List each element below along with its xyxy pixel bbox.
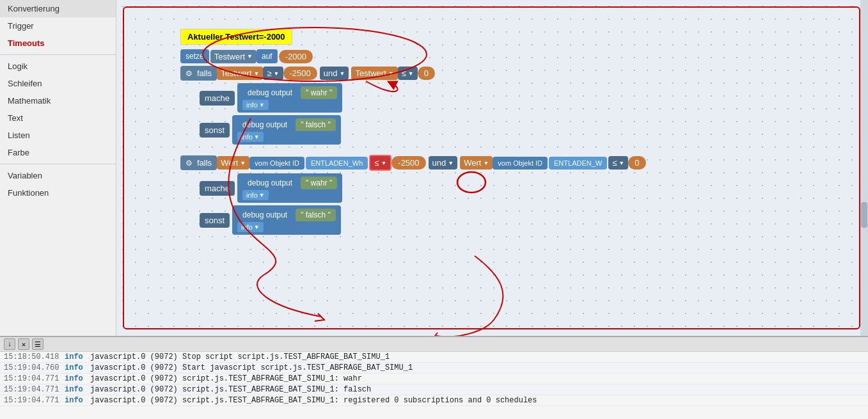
testwert-label: Testwert: [214, 52, 245, 61]
log-level: info: [65, 385, 90, 394]
if2-lte-dropdown[interactable]: ≤: [369, 155, 391, 171]
block-sonst2: sonst: [200, 213, 230, 228]
sidebar-item-trigger[interactable]: Trigger: [0, 17, 116, 35]
scrollbar-thumb[interactable]: [861, 202, 867, 228]
if2-wert2-dropdown[interactable]: Wert: [460, 156, 493, 170]
if1-lte-dropdown[interactable]: ≤: [398, 67, 418, 80]
sidebar-item-text[interactable]: Text: [0, 109, 116, 127]
log-btn-clear[interactable]: ✕: [18, 338, 29, 350]
log-msg: javascript.0 (9072) Start javascript scr…: [90, 363, 864, 372]
if2-lte2-label: ≤: [612, 158, 617, 168]
sidebar-item-logik[interactable]: Logik: [0, 58, 116, 75]
debug2-row: debug output " falsch ": [237, 118, 336, 132]
info3-tag[interactable]: info: [242, 190, 269, 200]
if1-row: ⚙ falls Testwert ≥ -2500 und Testwert ≤: [180, 66, 646, 81]
mache2-row: mache debug output " wahr " info: [200, 173, 646, 203]
if1-testwert-dropdown[interactable]: Testwert: [217, 67, 263, 80]
block-sonst1: sonst: [200, 123, 230, 138]
debug-block-2: debug output " falsch " info: [232, 115, 341, 145]
if1-und-dropdown[interactable]: und: [320, 67, 349, 80]
canvas-area: Aktueller Testwert=-2000 setze Testwert …: [116, 0, 868, 336]
log-rows-container: 15:18:50.418 info javascript.0 (9072) St…: [0, 352, 868, 406]
if2-vom-label: vom Objekt ID: [249, 157, 304, 170]
auf-label: auf: [262, 52, 272, 61]
if2-entladen1: ENTLADEN_Wh: [306, 157, 368, 170]
canvas-scrollbar[interactable]: [860, 0, 868, 336]
sonst1-row: sonst debug output " falsch " info: [200, 115, 646, 145]
falsch2-quote: " falsch ": [296, 209, 336, 221]
debug-block-4: debug output " falsch " info: [232, 205, 341, 235]
block-if1[interactable]: ⚙ falls: [180, 66, 217, 81]
setze-label: setze: [185, 52, 204, 61]
gear-icon-2: ⚙: [185, 159, 193, 168]
log-msg: javascript.0 (9072) script.js.TEST_ABFRA…: [90, 396, 864, 405]
if2-entladen1-label: ENTLADEN_Wh: [311, 159, 363, 167]
sidebar-item-funktionen[interactable]: Funktionen: [0, 184, 116, 202]
sidebar-item-listen[interactable]: Listen: [0, 127, 116, 144]
log-row: 15:19:04.760 info javascript.0 (9072) St…: [0, 363, 868, 374]
if2-minus2500[interactable]: -2500: [391, 156, 425, 170]
falls-label-1: falls: [197, 68, 212, 78]
wahr1-label: wahr: [311, 88, 327, 97]
yellow-label-row: Aktueller Testwert=-2000: [180, 29, 646, 47]
sidebar-item-schleifen[interactable]: Schleifen: [0, 75, 116, 92]
testwert-dropdown[interactable]: Testwert: [210, 50, 256, 63]
main-area: Konvertierung Trigger Timeouts Logik Sch…: [0, 0, 868, 336]
falls-label-2: falls: [197, 158, 212, 168]
if1-zero[interactable]: 0: [418, 67, 435, 80]
info3-row: info: [242, 190, 337, 200]
wahr1-quote: " wahr ": [301, 86, 337, 99]
debug3-row: debug output " wahr ": [242, 176, 337, 190]
debug-block-3: debug output " wahr " info: [237, 173, 342, 203]
block-mache1: mache: [200, 91, 235, 106]
if2-und-dropdown[interactable]: und: [429, 156, 458, 170]
if2-wert-dropdown[interactable]: Wert: [217, 156, 249, 170]
mache1-row: mache debug output " wahr " info: [200, 83, 646, 113]
info4-tag[interactable]: info: [237, 222, 264, 232]
block-container: Aktueller Testwert=-2000 setze Testwert …: [180, 29, 646, 237]
log-level: info: [65, 396, 90, 405]
sidebar-divider-2: [0, 164, 116, 164]
if2-vom2-text: vom Objekt ID: [498, 159, 542, 167]
block-setze[interactable]: setze: [180, 49, 209, 63]
sidebar-item-konvertierung[interactable]: Konvertierung: [0, 0, 116, 17]
log-msg: javascript.0 (9072) script.js.TEST_ABFRA…: [90, 385, 864, 394]
debug-block-1: debug output " wahr " info: [237, 83, 342, 113]
log-row: 15:18:50.418 info javascript.0 (9072) St…: [0, 352, 868, 363]
log-level: info: [65, 363, 90, 372]
info2-tag[interactable]: info: [237, 132, 264, 142]
info1-tag[interactable]: info: [242, 100, 269, 110]
debug3-label: debug output: [242, 176, 297, 190]
setze-row: setze Testwert auf -2000: [180, 49, 646, 63]
if2-vom2-label: vom Objekt ID: [493, 157, 548, 170]
block-if2[interactable]: ⚙ falls: [180, 155, 217, 170]
if1-testwert2-label: Testwert: [355, 68, 386, 78]
if2-zero[interactable]: 0: [628, 156, 645, 170]
sidebar-item-mathematik[interactable]: Mathematik: [0, 92, 116, 109]
if1-minus2500[interactable]: -2500: [283, 67, 317, 80]
if1-gte-dropdown[interactable]: ≥: [263, 67, 283, 80]
if2-lte2-dropdown[interactable]: ≤: [608, 156, 628, 170]
log-btn-down[interactable]: ↓: [4, 338, 15, 350]
log-level: info: [65, 352, 90, 361]
yellow-label: Aktueller Testwert=-2000: [180, 29, 292, 45]
sidebar: Konvertierung Trigger Timeouts Logik Sch…: [0, 0, 116, 336]
falsch2-label: falsch: [306, 210, 326, 219]
wahr2-label: wahr: [311, 178, 327, 187]
log-btn-filter[interactable]: ☰: [32, 338, 43, 350]
sidebar-item-variablen[interactable]: Variablen: [0, 167, 116, 184]
block-auf: auf: [256, 49, 278, 63]
gear-icon-1: ⚙: [185, 69, 193, 78]
value-minus2000[interactable]: -2000: [279, 50, 313, 63]
sidebar-divider-1: [0, 54, 116, 55]
if1-lte-label: ≤: [402, 68, 406, 78]
sidebar-item-farbe[interactable]: Farbe: [0, 144, 116, 161]
falsch1-label: falsch: [306, 120, 326, 129]
info2-row: info: [237, 132, 336, 142]
if2-lte-label: ≤: [374, 158, 379, 168]
if2-row: ⚙ falls Wert vom Objekt ID ENTLADEN_Wh ≤…: [180, 155, 646, 171]
sidebar-item-timeouts[interactable]: Timeouts: [0, 35, 116, 52]
log-time: 15:19:04.760: [4, 363, 65, 372]
if2-vom-text: vom Objekt ID: [255, 159, 299, 167]
if1-testwert2-dropdown[interactable]: Testwert: [351, 67, 397, 80]
